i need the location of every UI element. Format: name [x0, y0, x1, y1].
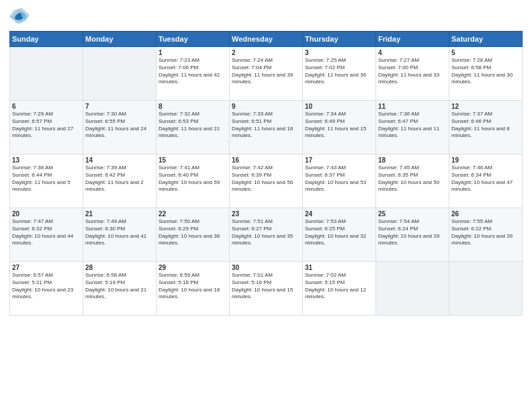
day-number: 23: [232, 210, 300, 218]
day-number: 26: [451, 210, 520, 218]
day-info: Sunrise: 7:38 AM Sunset: 6:44 PM Dayligh…: [12, 165, 81, 193]
day-info: Sunrise: 7:54 AM Sunset: 6:24 PM Dayligh…: [378, 218, 447, 247]
calendar-cell: 5Sunrise: 7:28 AM Sunset: 6:58 PM Daylig…: [449, 47, 523, 101]
day-info: Sunrise: 7:45 AM Sunset: 6:35 PM Dayligh…: [378, 165, 447, 193]
day-info: Sunrise: 7:50 AM Sunset: 6:29 PM Dayligh…: [159, 218, 227, 247]
week-row-4: 20Sunrise: 7:47 AM Sunset: 6:32 PM Dayli…: [10, 208, 523, 262]
calendar-cell: [449, 262, 523, 316]
week-row-5: 27Sunrise: 6:57 AM Sunset: 5:21 PM Dayli…: [10, 262, 523, 316]
day-number: 16: [232, 156, 300, 164]
day-number: 24: [305, 210, 373, 218]
day-number: 3: [305, 49, 373, 56]
weekday-sunday: Sunday: [10, 32, 83, 47]
weekday-header-row: SundayMondayTuesdayWednesdayThursdayFrid…: [10, 32, 523, 47]
week-row-2: 6Sunrise: 7:29 AM Sunset: 6:57 PM Daylig…: [10, 101, 523, 154]
day-number: 11: [378, 103, 447, 110]
day-info: Sunrise: 7:41 AM Sunset: 6:40 PM Dayligh…: [159, 165, 227, 193]
day-info: Sunrise: 7:55 AM Sunset: 6:22 PM Dayligh…: [451, 218, 520, 247]
calendar-cell: 1Sunrise: 7:23 AM Sunset: 7:06 PM Daylig…: [157, 47, 230, 101]
calendar-cell: 8Sunrise: 7:32 AM Sunset: 6:53 PM Daylig…: [157, 101, 230, 154]
day-info: Sunrise: 7:24 AM Sunset: 7:04 PM Dayligh…: [232, 57, 300, 86]
day-info: Sunrise: 7:53 AM Sunset: 6:25 PM Dayligh…: [305, 218, 373, 247]
calendar-cell: 6Sunrise: 7:29 AM Sunset: 6:57 PM Daylig…: [10, 101, 83, 154]
day-info: Sunrise: 7:25 AM Sunset: 7:02 PM Dayligh…: [305, 57, 373, 86]
day-info: Sunrise: 6:59 AM Sunset: 5:18 PM Dayligh…: [159, 272, 227, 301]
day-info: Sunrise: 7:34 AM Sunset: 6:49 PM Dayligh…: [305, 111, 373, 140]
calendar-cell: 7Sunrise: 7:30 AM Sunset: 6:55 PM Daylig…: [83, 101, 157, 154]
calendar-body: 1Sunrise: 7:23 AM Sunset: 7:06 PM Daylig…: [10, 47, 523, 316]
calendar-cell: 2Sunrise: 7:24 AM Sunset: 7:04 PM Daylig…: [230, 47, 303, 101]
day-info: Sunrise: 6:58 AM Sunset: 5:19 PM Dayligh…: [85, 272, 154, 301]
day-info: Sunrise: 7:27 AM Sunset: 7:00 PM Dayligh…: [378, 57, 447, 86]
day-info: Sunrise: 6:57 AM Sunset: 5:21 PM Dayligh…: [12, 272, 81, 301]
day-number: 10: [305, 103, 373, 110]
calendar-cell: 28Sunrise: 6:58 AM Sunset: 5:19 PM Dayli…: [83, 262, 157, 316]
day-info: Sunrise: 7:42 AM Sunset: 6:39 PM Dayligh…: [232, 165, 300, 193]
day-info: Sunrise: 7:28 AM Sunset: 6:58 PM Dayligh…: [451, 57, 520, 86]
calendar-cell: 26Sunrise: 7:55 AM Sunset: 6:22 PM Dayli…: [449, 208, 523, 262]
weekday-monday: Monday: [83, 32, 157, 47]
day-number: 27: [12, 264, 81, 271]
logo: [9, 7, 32, 27]
day-number: 22: [159, 210, 227, 218]
logo-icon: [9, 7, 30, 27]
header: [9, 7, 523, 27]
calendar-cell: 27Sunrise: 6:57 AM Sunset: 5:21 PM Dayli…: [10, 262, 83, 316]
calendar-cell: 11Sunrise: 7:36 AM Sunset: 6:47 PM Dayli…: [376, 101, 449, 154]
calendar-cell: 10Sunrise: 7:34 AM Sunset: 6:49 PM Dayli…: [303, 101, 376, 154]
day-info: Sunrise: 7:33 AM Sunset: 6:51 PM Dayligh…: [232, 111, 300, 140]
day-number: 21: [85, 210, 154, 218]
day-info: Sunrise: 7:51 AM Sunset: 6:27 PM Dayligh…: [232, 218, 300, 247]
day-info: Sunrise: 7:46 AM Sunset: 6:34 PM Dayligh…: [451, 165, 520, 193]
calendar-cell: 18Sunrise: 7:45 AM Sunset: 6:35 PM Dayli…: [376, 154, 449, 208]
calendar-header: SundayMondayTuesdayWednesdayThursdayFrid…: [10, 32, 523, 47]
day-info: Sunrise: 7:49 AM Sunset: 6:30 PM Dayligh…: [85, 218, 154, 247]
day-info: Sunrise: 7:30 AM Sunset: 6:55 PM Dayligh…: [85, 111, 154, 140]
calendar-page: SundayMondayTuesdayWednesdayThursdayFrid…: [0, 0, 532, 411]
calendar-cell: 17Sunrise: 7:43 AM Sunset: 6:37 PM Dayli…: [303, 154, 376, 208]
calendar-cell: 22Sunrise: 7:50 AM Sunset: 6:29 PM Dayli…: [157, 208, 230, 262]
calendar-cell: 21Sunrise: 7:49 AM Sunset: 6:30 PM Dayli…: [83, 208, 157, 262]
calendar-cell: 3Sunrise: 7:25 AM Sunset: 7:02 PM Daylig…: [303, 47, 376, 101]
day-info: Sunrise: 7:47 AM Sunset: 6:32 PM Dayligh…: [12, 218, 81, 247]
day-number: 12: [451, 103, 520, 110]
calendar-cell: 23Sunrise: 7:51 AM Sunset: 6:27 PM Dayli…: [230, 208, 303, 262]
day-info: Sunrise: 7:02 AM Sunset: 5:15 PM Dayligh…: [305, 272, 373, 301]
calendar-cell: 13Sunrise: 7:38 AM Sunset: 6:44 PM Dayli…: [10, 154, 83, 208]
weekday-thursday: Thursday: [303, 32, 376, 47]
weekday-wednesday: Wednesday: [230, 32, 303, 47]
day-info: Sunrise: 7:39 AM Sunset: 6:42 PM Dayligh…: [85, 165, 154, 193]
day-number: 14: [85, 156, 154, 164]
calendar-cell: 20Sunrise: 7:47 AM Sunset: 6:32 PM Dayli…: [10, 208, 83, 262]
day-number: 7: [85, 103, 154, 110]
calendar-cell: [83, 47, 157, 101]
calendar-cell: 16Sunrise: 7:42 AM Sunset: 6:39 PM Dayli…: [230, 154, 303, 208]
week-row-1: 1Sunrise: 7:23 AM Sunset: 7:06 PM Daylig…: [10, 47, 523, 101]
day-number: 17: [305, 156, 373, 164]
day-info: Sunrise: 7:36 AM Sunset: 6:47 PM Dayligh…: [378, 111, 447, 140]
day-number: 28: [85, 264, 154, 271]
day-number: 2: [232, 49, 300, 56]
day-number: 15: [159, 156, 227, 164]
day-number: 9: [232, 103, 300, 110]
day-info: Sunrise: 7:01 AM Sunset: 5:16 PM Dayligh…: [232, 272, 300, 301]
calendar-cell: 24Sunrise: 7:53 AM Sunset: 6:25 PM Dayli…: [303, 208, 376, 262]
calendar-cell: 9Sunrise: 7:33 AM Sunset: 6:51 PM Daylig…: [230, 101, 303, 154]
weekday-tuesday: Tuesday: [157, 32, 230, 47]
day-number: 30: [232, 264, 300, 271]
day-number: 29: [159, 264, 227, 271]
day-number: 5: [451, 49, 520, 56]
day-info: Sunrise: 7:29 AM Sunset: 6:57 PM Dayligh…: [12, 111, 81, 140]
day-number: 20: [12, 210, 81, 218]
day-number: 4: [378, 49, 447, 56]
day-info: Sunrise: 7:43 AM Sunset: 6:37 PM Dayligh…: [305, 165, 373, 193]
calendar-cell: [10, 47, 83, 101]
calendar-cell: 4Sunrise: 7:27 AM Sunset: 7:00 PM Daylig…: [376, 47, 449, 101]
day-number: 19: [451, 156, 520, 164]
day-number: 6: [12, 103, 81, 110]
day-number: 31: [305, 264, 373, 271]
day-number: 13: [12, 156, 81, 164]
weekday-friday: Friday: [376, 32, 449, 47]
day-info: Sunrise: 7:23 AM Sunset: 7:06 PM Dayligh…: [159, 57, 227, 86]
calendar-cell: 30Sunrise: 7:01 AM Sunset: 5:16 PM Dayli…: [230, 262, 303, 316]
